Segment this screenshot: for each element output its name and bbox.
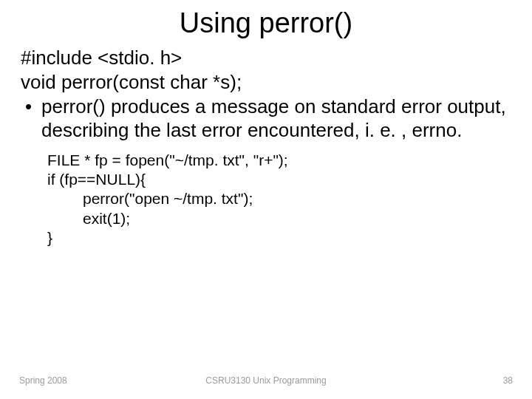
slide: Using perror() #include <stdio. h> void …: [0, 0, 532, 399]
code-line: perror("open ~/tmp. txt");: [47, 189, 511, 208]
slide-title: Using perror(): [0, 0, 532, 39]
code-proto: void perror(const char *s);: [21, 71, 511, 94]
bullet-item: • perror() produces a message on standar…: [21, 95, 511, 141]
slide-footer: Spring 2008 CSRU3130 Unix Programming 38: [0, 375, 532, 386]
footer-right: 38: [503, 375, 513, 386]
footer-center: CSRU3130 Unix Programming: [205, 375, 326, 386]
code-line: }: [47, 228, 511, 248]
footer-left: Spring 2008: [19, 375, 67, 386]
code-example: FILE * fp = fopen("~/tmp. txt", "r+"); i…: [21, 142, 511, 248]
code-include: #include <stdio. h>: [21, 47, 511, 69]
code-line: if (fp==NULL){: [47, 170, 511, 189]
code-line: exit(1);: [47, 209, 511, 228]
bullet-marker: •: [21, 95, 41, 141]
code-line: FILE * fp = fopen("~/tmp. txt", "r+");: [47, 151, 511, 170]
bullet-text: perror() produces a message on standard …: [41, 95, 511, 141]
slide-body: #include <stdio. h> void perror(const ch…: [0, 39, 532, 248]
